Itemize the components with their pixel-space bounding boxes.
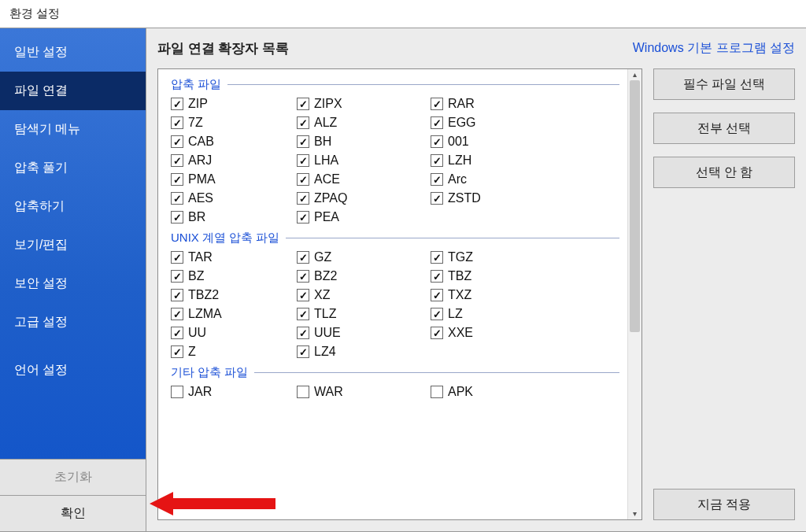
ext-item-ace[interactable]: ACE (297, 171, 431, 188)
checkbox-icon[interactable] (297, 211, 309, 224)
ext-item-pma[interactable]: PMA (171, 171, 297, 188)
ext-item-txz[interactable]: TXZ (431, 286, 564, 304)
checkbox-icon[interactable] (171, 386, 183, 398)
checkbox-icon[interactable] (171, 173, 183, 186)
checkbox-icon[interactable] (297, 386, 309, 398)
ext-item-arc[interactable]: Arc (431, 171, 564, 188)
checkbox-icon[interactable] (297, 135, 309, 148)
sidebar-item-extra-0[interactable]: 언어 설정 (0, 351, 146, 390)
sidebar-item-2[interactable]: 탐색기 메뉴 (0, 110, 146, 149)
ext-item-7z[interactable]: 7Z (171, 114, 297, 131)
ext-item-gz[interactable]: GZ (297, 249, 431, 266)
ext-item-lz4[interactable]: LZ4 (297, 343, 431, 360)
checkbox-icon[interactable] (297, 270, 309, 283)
sidebar-item-6[interactable]: 보안 설정 (0, 264, 146, 303)
ext-item-bz[interactable]: BZ (171, 268, 297, 285)
ext-item-jar[interactable]: JAR (171, 383, 297, 401)
ext-item-zipx[interactable]: ZIPX (297, 95, 431, 113)
ext-item-zip[interactable]: ZIP (171, 95, 297, 113)
ext-item-tgz[interactable]: TGZ (431, 249, 564, 266)
checkbox-icon[interactable] (171, 345, 183, 358)
sidebar-item-5[interactable]: 보기/편집 (0, 226, 146, 264)
ext-item-rar[interactable]: RAR (431, 95, 564, 113)
checkbox-icon[interactable] (297, 308, 309, 320)
ext-item-001[interactable]: 001 (431, 133, 564, 150)
default-programs-link[interactable]: Windows 기본 프로그램 설정 (633, 40, 795, 57)
ext-item-egg[interactable]: EGG (431, 114, 564, 131)
checkbox-icon[interactable] (297, 98, 309, 110)
ext-item-uu[interactable]: UU (171, 324, 297, 342)
ok-button[interactable]: 확인 (0, 495, 146, 531)
ext-item-xz[interactable]: XZ (297, 286, 431, 304)
sidebar-item-3[interactable]: 압축 풀기 (0, 149, 146, 187)
checkbox-icon[interactable] (431, 98, 443, 110)
checkbox-icon[interactable] (431, 116, 443, 129)
ext-item-lzma[interactable]: LZMA (171, 305, 297, 323)
ext-item-tar[interactable]: TAR (171, 249, 297, 266)
select-essential-button[interactable]: 필수 파일 선택 (653, 68, 795, 100)
ext-item-tbz[interactable]: TBZ (431, 268, 564, 285)
checkbox-icon[interactable] (431, 327, 443, 339)
ext-item-war[interactable]: WAR (297, 383, 431, 401)
checkbox-icon[interactable] (431, 192, 443, 205)
checkbox-icon[interactable] (297, 154, 309, 167)
ext-item-alz[interactable]: ALZ (297, 114, 431, 131)
select-none-button[interactable]: 선택 안 함 (653, 157, 795, 188)
ext-item-tlz[interactable]: TLZ (297, 305, 431, 323)
apply-now-button[interactable]: 지금 적용 (653, 489, 795, 520)
ext-item-pea[interactable]: PEA (297, 209, 431, 226)
checkbox-icon[interactable] (297, 345, 309, 358)
checkbox-icon[interactable] (171, 289, 183, 301)
checkbox-icon[interactable] (431, 173, 443, 186)
checkbox-icon[interactable] (297, 289, 309, 301)
ext-item-uue[interactable]: UUE (297, 324, 431, 342)
checkbox-icon[interactable] (171, 251, 183, 264)
checkbox-icon[interactable] (171, 327, 183, 339)
sidebar-item-1[interactable]: 파일 연결 (0, 72, 146, 110)
checkbox-icon[interactable] (297, 116, 309, 129)
checkbox-icon[interactable] (171, 211, 183, 224)
checkbox-icon[interactable] (431, 289, 443, 301)
ext-item-bh[interactable]: BH (297, 133, 431, 150)
checkbox-icon[interactable] (431, 308, 443, 320)
scroll-up-icon[interactable]: ▴ (628, 69, 641, 80)
checkbox-icon[interactable] (431, 135, 443, 148)
ext-item-z[interactable]: Z (171, 343, 297, 360)
checkbox-icon[interactable] (171, 98, 183, 110)
checkbox-icon[interactable] (297, 327, 309, 339)
ext-item-br[interactable]: BR (171, 209, 297, 226)
checkbox-icon[interactable] (431, 154, 443, 167)
reset-button[interactable]: 초기화 (0, 459, 146, 495)
checkbox-icon[interactable] (297, 173, 309, 186)
checkbox-icon[interactable] (297, 192, 309, 205)
checkbox-icon[interactable] (431, 270, 443, 283)
ext-item-apk[interactable]: APK (431, 383, 564, 401)
ext-item-tbz2[interactable]: TBZ2 (171, 286, 297, 304)
ext-item-cab[interactable]: CAB (171, 133, 297, 150)
ext-item-bz2[interactable]: BZ2 (297, 268, 431, 285)
checkbox-icon[interactable] (171, 154, 183, 167)
checkbox-icon[interactable] (171, 270, 183, 283)
sidebar-item-4[interactable]: 압축하기 (0, 187, 146, 226)
checkbox-icon[interactable] (431, 251, 443, 264)
ext-item-arj[interactable]: ARJ (171, 152, 297, 169)
checkbox-icon[interactable] (431, 386, 443, 398)
ext-item-lha[interactable]: LHA (297, 152, 431, 169)
checkbox-icon[interactable] (171, 135, 183, 148)
ext-item-zpaq[interactable]: ZPAQ (297, 190, 431, 207)
checkbox-icon[interactable] (171, 308, 183, 320)
ext-item-lzh[interactable]: LZH (431, 152, 564, 169)
ext-item-xxe[interactable]: XXE (431, 324, 564, 342)
scrollbar-thumb[interactable] (630, 80, 640, 332)
sidebar-item-7[interactable]: 고급 설정 (0, 303, 146, 342)
checkbox-icon[interactable] (171, 116, 183, 129)
select-all-button[interactable]: 전부 선택 (653, 113, 795, 144)
ext-item-lz[interactable]: LZ (431, 305, 564, 323)
ext-item-zstd[interactable]: ZSTD (431, 190, 564, 207)
checkbox-icon[interactable] (171, 192, 183, 205)
scroll-down-icon[interactable]: ▾ (628, 508, 641, 519)
sidebar-item-0[interactable]: 일반 설정 (0, 33, 146, 72)
ext-item-aes[interactable]: AES (171, 190, 297, 207)
checkbox-icon[interactable] (297, 251, 309, 264)
scrollbar[interactable]: ▴ ▾ (627, 69, 641, 519)
